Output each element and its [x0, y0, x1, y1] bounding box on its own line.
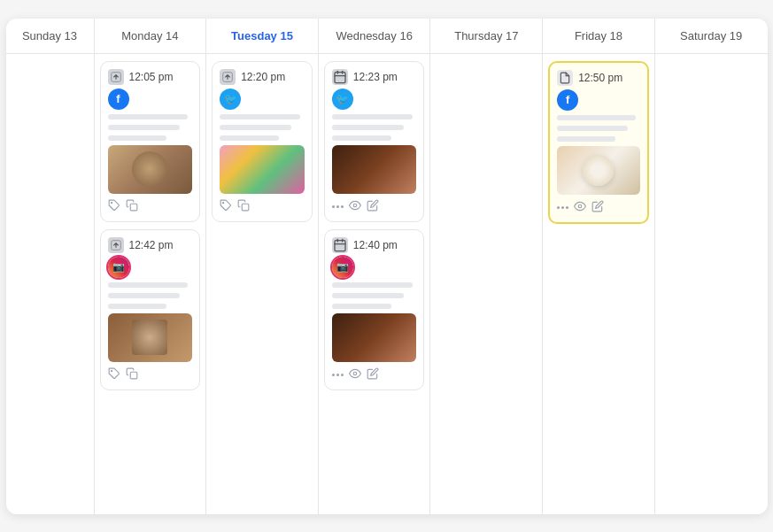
twitter-icon: 🐦 [332, 89, 353, 110]
post-image [108, 145, 193, 194]
copy-icon[interactable] [237, 199, 250, 214]
post-card: 12:20 pm 🐦 [212, 61, 313, 222]
more-dots-icon[interactable] [557, 206, 568, 209]
svg-rect-2 [130, 204, 137, 211]
day-column-monday: 12:05 pm f [95, 54, 207, 514]
post-time: 12:40 pm [353, 239, 398, 251]
post-image [557, 146, 640, 195]
text-line [220, 135, 279, 141]
svg-rect-8 [242, 204, 249, 211]
text-line [108, 293, 180, 298]
post-card-header: 12:40 pm [332, 237, 417, 253]
day-header-saturday: Saturday 19 [655, 19, 768, 53]
post-actions [557, 200, 640, 215]
text-line [557, 126, 628, 131]
post-image [332, 145, 417, 194]
post-actions [108, 199, 193, 214]
tag-icon[interactable] [108, 199, 120, 214]
svg-point-13 [353, 204, 357, 207]
svg-point-18 [353, 372, 357, 375]
upload-icon [108, 69, 124, 85]
day-column-thursday [430, 54, 543, 514]
day-header-friday: Friday 18 [543, 19, 655, 53]
doc-icon [557, 70, 573, 86]
copy-icon[interactable] [126, 199, 138, 214]
text-line [332, 135, 391, 141]
svg-point-4 [111, 370, 112, 371]
post-image [332, 313, 417, 362]
more-dots-icon[interactable] [332, 374, 344, 376]
post-card-highlighted: 12:50 pm f [548, 61, 649, 224]
svg-point-7 [223, 202, 224, 203]
eye-icon[interactable] [574, 200, 586, 215]
edit-icon[interactable] [367, 199, 379, 214]
post-card-header: 12:23 pm [332, 69, 417, 85]
post-card: 12:23 pm 🐦 [324, 61, 425, 222]
calendar-icon [332, 69, 348, 85]
upload-icon [108, 237, 124, 253]
twitter-icon: 🐦 [220, 89, 241, 110]
text-line [108, 135, 167, 141]
post-card: 12:42 pm 📷 [100, 229, 201, 390]
post-card-header: 12:05 pm [108, 69, 193, 85]
upload-icon [220, 69, 236, 85]
tag-icon[interactable] [108, 367, 120, 382]
post-card-header: 12:20 pm [220, 69, 305, 85]
text-line [332, 293, 404, 298]
text-line [108, 282, 189, 288]
day-header-thursday: Thursday 17 [430, 19, 543, 53]
post-card-header: 12:50 pm [557, 70, 640, 86]
svg-rect-5 [130, 372, 137, 379]
svg-rect-14 [335, 240, 345, 251]
svg-rect-9 [335, 72, 345, 82]
more-dots-icon[interactable] [332, 205, 344, 208]
post-image [220, 145, 305, 194]
text-line [332, 282, 413, 288]
day-column-wednesday: 12:23 pm 🐦 [319, 54, 431, 514]
day-header-tuesday: Tuesday 15 [206, 19, 319, 53]
post-time: 12:50 pm [578, 72, 622, 84]
facebook-icon: f [108, 89, 129, 110]
text-line [108, 114, 189, 120]
day-column-tuesday: 12:20 pm 🐦 [206, 54, 319, 514]
text-line [220, 114, 300, 120]
copy-icon[interactable] [126, 367, 138, 382]
post-image [108, 313, 193, 362]
svg-point-1 [111, 202, 112, 203]
post-time: 12:23 pm [353, 71, 398, 83]
svg-point-19 [578, 204, 582, 208]
text-line [332, 114, 413, 120]
text-line [332, 304, 391, 309]
post-card: 12:40 pm 📷 [324, 229, 425, 390]
text-line [108, 304, 167, 309]
post-time: 12:05 pm [129, 71, 174, 83]
text-line [557, 136, 615, 142]
edit-icon[interactable] [591, 200, 604, 215]
calendar-header: Sunday 13 Monday 14 Tuesday 15 Wednesday… [6, 19, 768, 54]
day-column-friday: 12:50 pm f [543, 54, 655, 514]
text-line [220, 125, 291, 130]
text-line [332, 125, 404, 130]
eye-icon[interactable] [349, 367, 361, 382]
post-card: 12:05 pm f [100, 61, 201, 222]
text-line [108, 125, 180, 130]
post-card-header: 12:42 pm [108, 237, 193, 253]
instagram-icon: 📷 [108, 257, 129, 278]
eye-icon[interactable] [349, 199, 361, 214]
post-actions [332, 199, 417, 214]
edit-icon[interactable] [367, 367, 379, 382]
day-header-sunday: Sunday 13 [6, 19, 95, 53]
post-time: 12:20 pm [241, 71, 285, 83]
day-column-saturday [655, 54, 768, 514]
post-actions [332, 367, 417, 382]
post-time: 12:42 pm [129, 239, 174, 251]
instagram-icon: 📷 [332, 257, 353, 278]
tag-icon[interactable] [220, 199, 232, 214]
calendar-body: 12:05 pm f [6, 54, 768, 514]
calendar-container: Sunday 13 Monday 14 Tuesday 15 Wednesday… [6, 19, 768, 514]
post-actions [108, 367, 193, 382]
day-column-sunday [6, 54, 95, 514]
post-actions [220, 199, 305, 214]
facebook-icon: f [557, 89, 578, 111]
calendar-icon [332, 237, 348, 253]
